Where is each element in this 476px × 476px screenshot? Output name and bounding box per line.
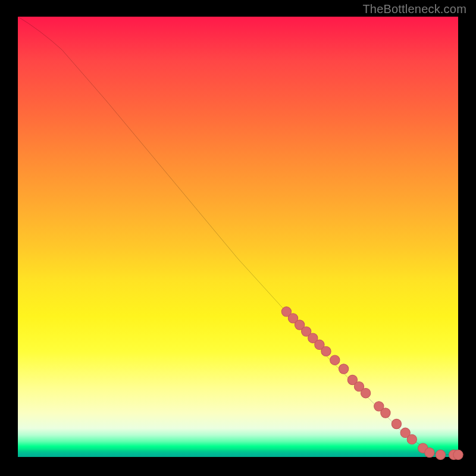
line-series <box>18 17 458 455</box>
data-marker <box>339 364 348 374</box>
data-markers <box>281 307 463 460</box>
watermark-label: TheBottleneck.com <box>362 2 466 16</box>
plot-area <box>18 17 458 457</box>
chart-container: TheBottleneck.com <box>0 0 476 476</box>
data-marker <box>361 389 370 398</box>
data-marker <box>392 419 401 428</box>
data-marker <box>321 346 331 356</box>
data-marker <box>453 450 463 459</box>
data-marker <box>425 447 434 457</box>
chart-svg <box>18 17 458 457</box>
data-marker <box>436 450 445 459</box>
data-marker <box>330 355 340 365</box>
data-marker <box>381 408 390 418</box>
data-marker <box>407 434 416 444</box>
